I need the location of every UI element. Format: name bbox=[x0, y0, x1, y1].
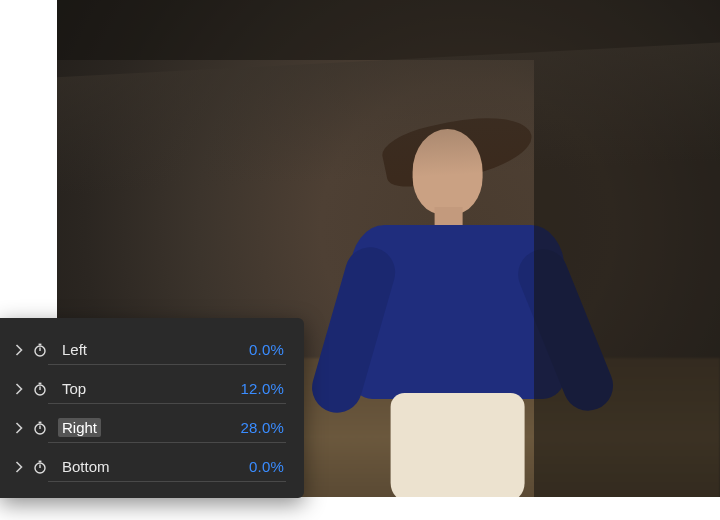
stopwatch-icon[interactable] bbox=[30, 460, 50, 474]
svg-rect-4 bbox=[39, 382, 42, 384]
crop-controls-panel: Left 0.0% Top 12.0% Right 28.0% Bottom bbox=[0, 318, 304, 498]
crop-right-value[interactable]: 28.0% bbox=[240, 419, 286, 436]
crop-row-bottom[interactable]: Bottom 0.0% bbox=[10, 449, 286, 484]
chevron-right-icon[interactable] bbox=[10, 422, 28, 434]
crop-bottom-label: Bottom bbox=[58, 457, 114, 476]
svg-rect-10 bbox=[39, 460, 42, 462]
crop-left-label: Left bbox=[58, 340, 91, 359]
stopwatch-icon[interactable] bbox=[30, 343, 50, 357]
stopwatch-icon[interactable] bbox=[30, 421, 50, 435]
crop-row-right[interactable]: Right 28.0% bbox=[10, 410, 286, 445]
svg-rect-1 bbox=[39, 343, 42, 345]
chevron-right-icon[interactable] bbox=[10, 461, 28, 473]
stopwatch-icon[interactable] bbox=[30, 382, 50, 396]
crop-row-left[interactable]: Left 0.0% bbox=[10, 332, 286, 367]
crop-top-label: Top bbox=[58, 379, 90, 398]
crop-right-label: Right bbox=[58, 418, 101, 437]
svg-rect-7 bbox=[39, 421, 42, 423]
subject-figure bbox=[326, 129, 586, 489]
chevron-right-icon[interactable] bbox=[10, 383, 28, 395]
crop-top-value[interactable]: 12.0% bbox=[240, 380, 286, 397]
crop-left-value[interactable]: 0.0% bbox=[249, 341, 286, 358]
chevron-right-icon[interactable] bbox=[10, 344, 28, 356]
crop-bottom-value[interactable]: 0.0% bbox=[249, 458, 286, 475]
crop-row-top[interactable]: Top 12.0% bbox=[10, 371, 286, 406]
